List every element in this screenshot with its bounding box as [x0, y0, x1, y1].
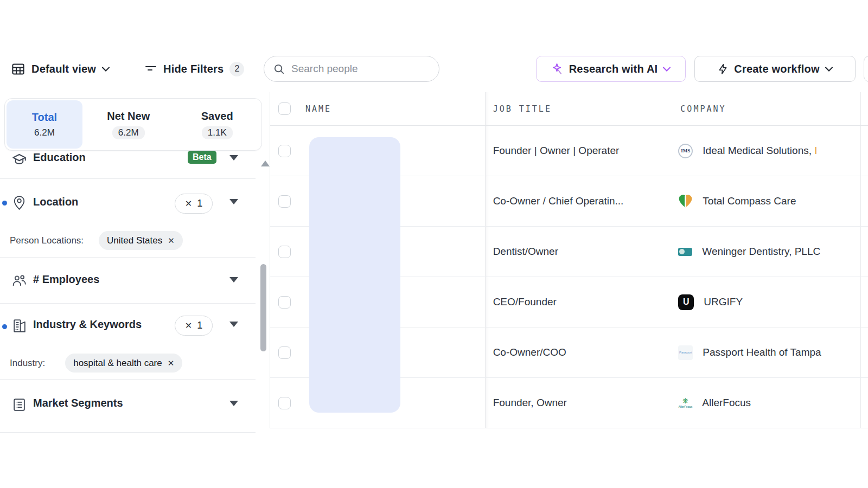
create-workflow-label: Create workflow	[734, 63, 819, 75]
ai-sparkle-icon	[551, 63, 564, 75]
search-people-box[interactable]	[264, 56, 439, 82]
name-privacy-overlay	[309, 137, 400, 413]
company-column-header: COMPANY	[680, 104, 726, 114]
tab-total[interactable]: Total 6.2M	[7, 100, 82, 149]
default-view-label: Default view	[31, 63, 96, 75]
filter-section-market-segments[interactable]: Market Segments	[0, 380, 256, 433]
location-clear-pill[interactable]: ✕ 1	[175, 194, 213, 214]
employees-filter-label: # Employees	[33, 273, 99, 286]
market-segments-filter-label: Market Segments	[33, 397, 123, 409]
location-pin-icon	[12, 195, 26, 211]
lightning-bolt-icon	[717, 63, 729, 75]
location-chip-united-states[interactable]: United States ✕	[99, 231, 183, 250]
create-workflow-button[interactable]: Create workflow	[694, 56, 856, 82]
job-title-cell: CEO/Founder	[493, 296, 557, 308]
job-title-cell: Co-Owner/COO	[493, 346, 566, 358]
location-filter-label: Location	[33, 196, 78, 208]
filter-icon	[144, 62, 157, 75]
location-filter-count: 1	[197, 198, 202, 209]
employees-expand-chevron[interactable]	[229, 277, 238, 282]
market-segments-expand-chevron[interactable]	[229, 401, 238, 406]
sidebar-scrollbar-thumb[interactable]	[260, 264, 266, 351]
select-all-checkbox[interactable]	[278, 102, 291, 115]
graduation-cap-icon	[12, 153, 27, 166]
company-cell[interactable]: Weninger Dentistry, PLLC	[702, 246, 820, 258]
allerfocus-logo: ❋ AllerFocus	[678, 396, 692, 410]
industry-filter-label: Industry & Keywords	[33, 318, 142, 331]
filter-section-location: Location ✕ 1 Person Locations: United St…	[0, 179, 256, 258]
industry-building-icon	[12, 318, 27, 333]
name-column-header: NAME	[305, 104, 331, 114]
table-header-row: NAME JOB TITLE COMPANY	[270, 92, 868, 126]
clipped-toolbar-button[interactable]	[864, 56, 868, 82]
company-cell[interactable]: Ideal Medical Solutions, I	[703, 145, 817, 157]
tab-saved[interactable]: Saved 1.1K	[173, 99, 262, 150]
market-segments-list-icon	[12, 397, 26, 412]
weninger-dentistry-logo	[678, 248, 692, 256]
company-cell[interactable]: Passport Health of Tampa	[703, 346, 821, 358]
company-cell[interactable]: Total Compass Care	[703, 195, 796, 207]
close-icon: ✕	[185, 320, 192, 331]
industry-clear-pill[interactable]: ✕ 1	[175, 316, 213, 336]
tab-value: 6.2M	[112, 126, 145, 139]
tab-net-new[interactable]: Net New 6.2M	[84, 99, 173, 150]
passport-health-logo: Passport	[678, 345, 693, 360]
sidebar-scroll-up-arrow[interactable]	[261, 160, 270, 166]
default-view-button[interactable]: Default view	[11, 56, 110, 82]
active-filter-dot	[2, 324, 7, 329]
industry-chip-hospital[interactable]: hospital & health care ✕	[65, 354, 182, 373]
beta-badge: Beta	[188, 151, 216, 164]
search-input[interactable]	[291, 63, 416, 75]
industry-filter-count: 1	[197, 320, 202, 331]
research-with-ai-button[interactable]: Research with AI	[536, 56, 686, 82]
hide-filters-button[interactable]: Hide Filters 2	[144, 56, 244, 82]
job-title-cell: Founder | Owner | Operater	[493, 145, 620, 157]
close-icon: ✕	[185, 198, 192, 209]
location-expand-chevron[interactable]	[229, 199, 238, 204]
tab-label: Total	[32, 111, 57, 124]
search-icon	[273, 63, 285, 75]
company-cell[interactable]: URGIFY	[704, 296, 743, 308]
chip-label: United States	[107, 235, 162, 246]
row-checkbox[interactable]	[278, 246, 291, 258]
education-filter-label: Education	[33, 151, 86, 164]
row-checkbox[interactable]	[278, 346, 291, 359]
job-title-cell: Dentist/Owner	[493, 246, 558, 258]
industry-sub-label: Industry:	[10, 358, 45, 369]
total-compass-care-logo	[678, 194, 693, 208]
job-title-column-header: JOB TITLE	[493, 104, 552, 114]
chevron-down-icon	[102, 67, 110, 72]
employees-people-icon	[12, 274, 27, 287]
filter-section-employees[interactable]: # Employees	[0, 258, 256, 304]
tab-value: 6.2M	[34, 127, 55, 138]
company-cell[interactable]: AllerFocus	[702, 397, 751, 409]
chevron-down-icon	[825, 67, 833, 72]
close-icon[interactable]: ✕	[168, 358, 175, 368]
person-locations-label: Person Locations:	[10, 235, 84, 246]
research-with-ai-label: Research with AI	[569, 63, 658, 75]
row-checkbox[interactable]	[278, 195, 291, 208]
results-tabs-card: Total 6.2M Net New 6.2M Saved 1.1K	[4, 98, 262, 151]
filter-count-badge: 2	[229, 62, 244, 76]
ideal-medical-solutions-logo: IMS	[678, 144, 693, 158]
tab-value: 1.1K	[202, 126, 233, 139]
filter-section-industry: Industry & Keywords ✕ 1 Industry: hospit…	[0, 304, 256, 380]
chevron-down-icon	[663, 67, 671, 72]
row-checkbox[interactable]	[278, 145, 291, 157]
job-title-cell: Founder, Owner	[493, 397, 567, 409]
close-icon[interactable]: ✕	[168, 236, 175, 246]
active-filter-dot	[2, 201, 7, 206]
row-checkbox[interactable]	[278, 296, 291, 309]
chip-label: hospital & health care	[73, 358, 162, 369]
hide-filters-label: Hide Filters	[163, 63, 224, 75]
tab-label: Net New	[107, 110, 150, 123]
tab-label: Saved	[201, 110, 233, 123]
education-expand-chevron[interactable]	[229, 155, 238, 160]
row-checkbox[interactable]	[278, 397, 291, 409]
industry-expand-chevron[interactable]	[229, 322, 238, 327]
urgify-logo: U	[678, 294, 694, 310]
allerfocus-leaf-glyph: ❋	[682, 398, 688, 404]
job-title-cell: Co-Owner / Chief Operatin...	[493, 195, 624, 207]
grid-view-icon	[11, 62, 25, 76]
